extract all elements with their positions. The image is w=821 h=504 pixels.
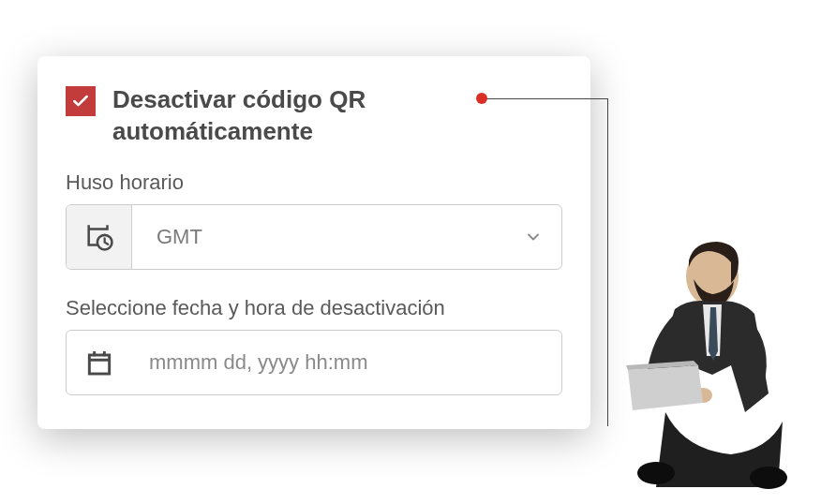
timezone-value: GMT xyxy=(132,205,505,269)
svg-point-8 xyxy=(637,462,675,484)
svg-rect-1 xyxy=(89,355,109,374)
person-illustration xyxy=(600,225,806,497)
check-icon xyxy=(71,92,90,111)
timezone-select[interactable]: GMT xyxy=(66,204,562,270)
datetime-input[interactable]: mmmm dd, yyyy hh:mm xyxy=(66,330,562,395)
calendar-icon-box xyxy=(67,331,132,394)
datetime-label: Seleccione fecha y hora de desactivación xyxy=(66,296,562,320)
calendar-icon xyxy=(84,348,114,378)
svg-point-9 xyxy=(750,467,787,489)
header-row: Desactivar código QR automáticamente xyxy=(66,84,562,148)
auto-deactivate-checkbox[interactable] xyxy=(66,86,96,116)
callout-dot xyxy=(476,93,487,104)
timezone-label: Huso horario xyxy=(66,170,562,195)
callout-line-horizontal xyxy=(482,98,607,99)
clock-globe-icon xyxy=(83,221,115,253)
card-title: Desactivar código QR automáticamente xyxy=(112,84,562,148)
timezone-icon-box xyxy=(67,205,132,269)
datetime-placeholder: mmmm dd, yyyy hh:mm xyxy=(132,331,561,394)
deactivate-qr-card: Desactivar código QR automáticamente Hus… xyxy=(37,56,590,429)
chevron-down-icon xyxy=(524,228,543,246)
chevron-box xyxy=(505,205,561,269)
